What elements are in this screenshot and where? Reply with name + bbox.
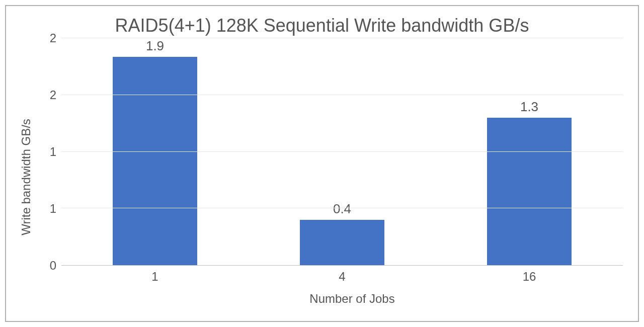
gridline: [61, 95, 623, 95]
y-axis-label-wrap: Write bandwidth GB/s: [16, 38, 36, 316]
bar-wrap: 1.9: [61, 38, 249, 265]
x-ticks-row: 1416: [36, 270, 623, 284]
y-axis-label: Write bandwidth GB/s: [19, 119, 33, 235]
x-axis-ticks: 1416: [61, 270, 623, 284]
x-tick-label: 4: [249, 270, 436, 284]
bar-wrap: 1.3: [436, 38, 623, 265]
y-tick-label: 1: [50, 145, 56, 159]
chart-container: RAID5(4+1) 128K Sequential Write bandwid…: [5, 5, 639, 322]
bar-wrap: 0.4: [249, 38, 436, 265]
x-ticks-spacer: [36, 270, 61, 284]
bars-group: 1.90.41.3: [61, 38, 623, 265]
bar: [487, 118, 571, 265]
chart-title: RAID5(4+1) 128K Sequential Write bandwid…: [6, 6, 638, 38]
bar-value-label: 1.3: [520, 99, 538, 115]
x-axis-label: Number of Jobs: [36, 284, 623, 316]
x-tick-label: 16: [436, 270, 623, 284]
x-tick-label: 1: [61, 270, 249, 284]
bar-value-label: 0.4: [333, 201, 351, 217]
bar: [113, 57, 197, 265]
gridline: [61, 151, 623, 152]
y-tick-label: 2: [50, 88, 56, 102]
chart-body: Write bandwidth GB/s 01122 1.90.41.3 141…: [6, 38, 638, 321]
gridline: [61, 38, 623, 38]
bar: [300, 220, 384, 265]
y-tick-label: 1: [50, 202, 56, 216]
plot-area: 1.90.41.3: [61, 38, 623, 266]
plot-column: 01122 1.90.41.3 1416 Number of Jobs: [36, 38, 623, 316]
gridline: [61, 208, 623, 208]
y-tick-label: 2: [50, 31, 56, 45]
bar-value-label: 1.9: [146, 38, 164, 54]
y-axis-ticks: 01122: [36, 38, 61, 266]
plot-row: 01122 1.90.41.3: [36, 38, 623, 266]
y-tick-label: 0: [50, 259, 56, 273]
